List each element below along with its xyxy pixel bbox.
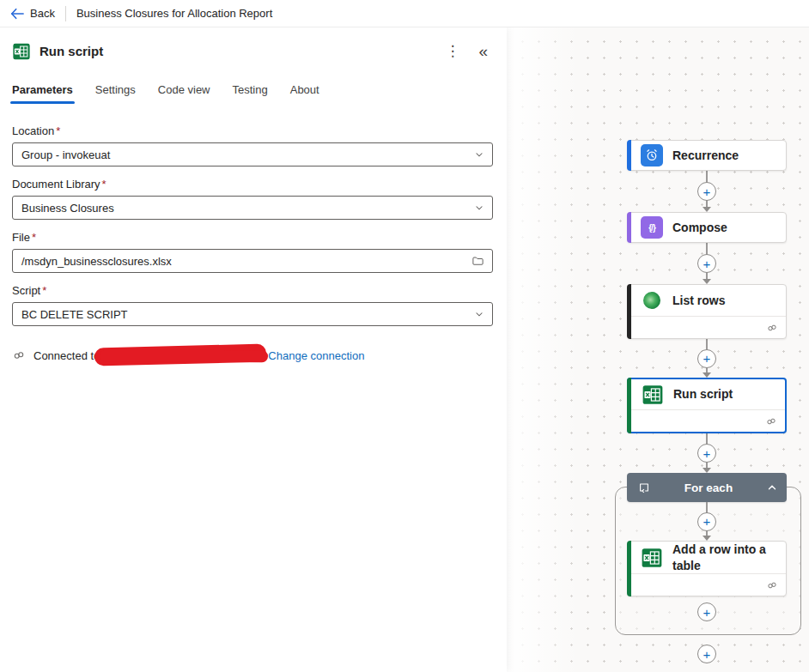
document-library-dropdown[interactable]: Business Closures [12,196,493,220]
node-label: Add a row into a table [672,542,779,572]
insert-action-button[interactable]: + [697,512,716,531]
node-list-rows[interactable]: List rows [627,284,787,339]
insert-action-slot: + [697,602,716,621]
tab-parameters[interactable]: Parameters [12,83,73,104]
accent-bar [627,284,631,339]
required-marker: * [42,284,46,297]
field-document-library: Document Library* Business Closures [12,178,493,220]
tab-settings[interactable]: Settings [95,83,136,104]
back-arrow-icon [10,8,24,20]
compose-braces-icon: {/} [641,216,663,239]
file-value: /msdyn_businessclosures.xlsx [21,255,172,268]
node-label: Compose [672,220,727,235]
location-value: Group - invokeuat [21,148,110,161]
accent-bar [627,378,631,433]
panel-tabs: Parameters Settings Code view Testing Ab… [0,66,507,104]
node-compose[interactable]: {/} Compose [627,212,787,243]
panel-title: Run script [40,44,431,58]
back-label: Back [30,7,55,20]
node-recurrence[interactable]: Recurrence [627,140,787,171]
insert-action-slot: + [697,645,716,663]
insert-action-button[interactable]: + [697,602,716,621]
back-button[interactable]: Back [10,7,55,20]
node-footer [628,316,786,338]
excel-icon [641,547,663,569]
topbar-divider [65,6,66,21]
connection-icon [12,348,26,362]
collapse-panel-icon[interactable]: « [473,41,493,61]
connector: + [697,339,716,378]
chevron-up-icon[interactable] [766,481,778,493]
node-label: Recurrence [672,148,739,163]
node-label: For each [651,481,766,494]
connection-badge-icon[interactable] [766,579,778,591]
insert-action-button[interactable]: + [697,645,716,663]
field-script: Script* BC DELETE SCRIPT [12,284,493,326]
document-library-value: Business Closures [21,202,114,215]
insert-action-button[interactable]: + [697,444,716,463]
node-add-row-into-table[interactable]: Add a row into a table [627,541,787,596]
node-footer [628,573,786,596]
accent-bar [627,541,631,596]
more-options-icon[interactable]: ⋮ [440,42,465,60]
chevron-down-icon [474,149,484,160]
parameters-form: Location* Group - invokeuat Document Lib… [0,104,507,362]
loop-icon [637,481,651,494]
script-value: BC DELETE SCRIPT [21,308,128,321]
chevron-down-icon [474,309,484,319]
node-footer [629,409,785,432]
required-marker: * [56,124,60,137]
location-dropdown[interactable]: Group - invokeuat [12,142,493,166]
node-label: List rows [672,293,725,308]
action-config-panel: Run script ⋮ « Parameters Settings Code … [0,27,507,672]
tab-code-view[interactable]: Code view [158,83,210,104]
insert-action-button[interactable]: + [697,182,716,201]
folder-picker-icon[interactable] [471,255,484,268]
connection-row: Connected to p Change connection [12,348,493,362]
flow-canvas[interactable]: Recurrence + {/} Compose + [507,27,809,672]
node-for-each[interactable]: For each [627,473,787,502]
connector: + [697,171,716,212]
connection-badge-icon[interactable] [765,415,777,427]
file-input[interactable]: /msdyn_businessclosures.xlsx [12,249,493,273]
connected-to-label: Connected to [33,349,100,362]
canvas-fade [507,27,580,672]
excel-icon [12,42,31,61]
excel-icon [642,384,664,406]
connector: + [697,433,716,473]
panel-header: Run script ⋮ « [0,27,507,66]
redaction-scribble [94,344,266,366]
recurrence-clock-icon [641,144,663,166]
accent-bar [627,212,631,243]
top-bar: Back Business Closures for Allocation Re… [0,0,809,27]
document-library-label: Document Library [12,178,100,191]
field-location: Location* Group - invokeuat [12,124,493,166]
connection-badge-icon[interactable] [766,322,778,334]
script-label: Script [12,284,40,297]
connector: + [697,502,716,541]
tab-about[interactable]: About [290,83,319,104]
location-label: Location [12,124,54,137]
tab-testing[interactable]: Testing [233,83,268,104]
insert-action-button[interactable]: + [697,349,716,368]
app-window: Back Business Closures for Allocation Re… [0,0,809,672]
dataverse-icon [641,289,663,312]
change-connection-link[interactable]: Change connection [268,349,364,362]
node-label: Run script [673,386,733,402]
field-file: File* /msdyn_businessclosures.xlsx [12,231,493,273]
required-marker: * [102,178,106,191]
node-run-script[interactable]: Run script [627,378,787,433]
required-marker: * [32,231,36,244]
file-label: File [12,231,30,244]
chevron-down-icon [474,203,484,213]
connector: + [697,243,716,284]
script-dropdown[interactable]: BC DELETE SCRIPT [12,302,493,326]
flow-title: Business Closures for Allocation Report [76,7,272,20]
insert-action-button[interactable]: + [697,254,716,273]
accent-bar [627,140,631,171]
